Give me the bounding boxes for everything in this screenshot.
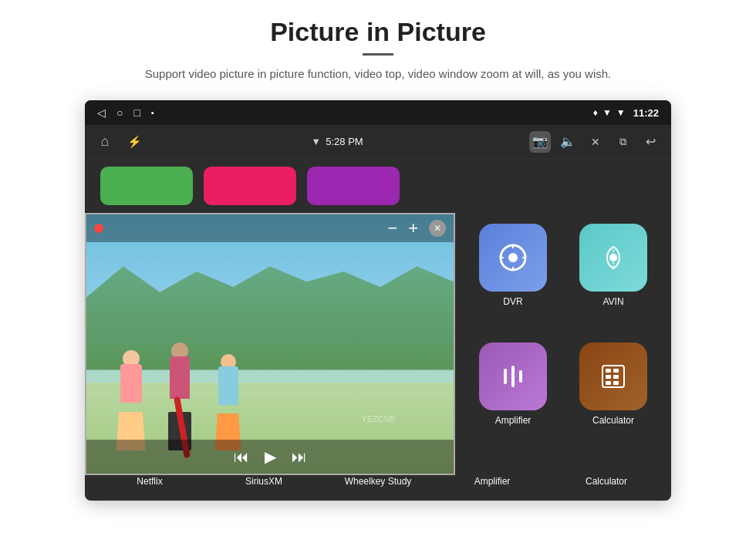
status-time: 11:22 [633, 107, 659, 119]
svg-rect-4 [511, 366, 515, 387]
dvr-app-icon[interactable]: DVR [467, 224, 559, 333]
svg-rect-10 [613, 375, 619, 379]
page-title: Picture in Picture [46, 17, 710, 47]
camera-button[interactable]: 📷 [529, 131, 551, 153]
bottom-label-netflix: Netflix [103, 476, 196, 487]
back-nav-icon[interactable]: ↩ [640, 131, 662, 153]
device-frame: ◁ ○ □ ▪ ♦ ▼ ▼ 11:22 ⌂ ⚡ ▼ 5:28 PM [85, 100, 671, 501]
calculator-icon-img [579, 342, 647, 410]
app-bar-left: ⌂ ⚡ [94, 131, 145, 153]
home-icon[interactable]: ⌂ [94, 131, 116, 153]
svg-rect-7 [606, 369, 611, 373]
page-wrapper: Picture in Picture Support video picture… [0, 0, 756, 533]
svg-point-1 [508, 253, 518, 262]
bottom-label-amplifier: Amplifier [446, 476, 538, 487]
app-icons-right: DVR AVIN [455, 213, 671, 462]
page-subtitle: Support video picture in picture functio… [108, 65, 648, 83]
avin-label: AVIN [602, 296, 623, 307]
amplifier-label: Amplifier [495, 415, 532, 426]
calculator-label: Calculator [592, 415, 634, 426]
svg-rect-8 [613, 369, 619, 373]
volume-icon[interactable]: 🔈 [557, 131, 579, 153]
amplifier-app-icon[interactable]: Amplifier [467, 342, 559, 452]
calculator-app-icon[interactable]: Calculator [568, 342, 659, 452]
app-grid-row [85, 159, 671, 213]
app-bar: ⌂ ⚡ ▼ 5:28 PM 📷 🔈 ✕ ⧉ ↩ [85, 125, 671, 159]
wifi-bar-icon: ▼ [311, 136, 321, 147]
dvr-icon-img [479, 224, 547, 292]
home-circle-icon[interactable]: ○ [116, 106, 123, 119]
wifi-icon: ▼ [602, 107, 612, 118]
app-bar-center: ▼ 5:28 PM [311, 136, 363, 147]
back-icon[interactable]: ◁ [97, 106, 106, 119]
menu-icon[interactable]: ▪ [151, 108, 154, 117]
avin-icon-img [579, 224, 647, 292]
svg-rect-11 [606, 381, 611, 385]
title-divider [363, 53, 393, 56]
android-status-bar: ◁ ○ □ ▪ ♦ ▼ ▼ 11:22 [85, 100, 671, 125]
pip-video-window[interactable]: − + ✕ ⏮ ▶ ⏭ [85, 213, 455, 475]
avin-app-icon[interactable]: AVIN [568, 224, 659, 333]
status-bar-right: ♦ ▼ ▼ 11:22 [593, 107, 659, 119]
svg-rect-3 [504, 369, 507, 384]
app-bar-time: 5:28 PM [326, 136, 363, 147]
prev-button[interactable]: ⏮ [234, 448, 249, 466]
location-icon: ♦ [593, 107, 598, 118]
pip-controls-bar: − + ✕ [86, 214, 454, 242]
bottom-label-siriusxm: SiriusXM [218, 476, 310, 487]
status-bar-left: ◁ ○ □ ▪ [97, 106, 154, 119]
bottom-label-calculator: Calculator [560, 476, 653, 487]
app-placeholder-netflix[interactable] [100, 167, 193, 205]
svg-rect-12 [613, 381, 619, 385]
pip-playback-controls: ⏮ ▶ ⏭ [86, 440, 454, 474]
pip-close-button[interactable]: ✕ [429, 220, 446, 237]
app-bar-right: 📷 🔈 ✕ ⧉ ↩ [529, 131, 662, 153]
amplifier-icon-img [479, 342, 547, 410]
watermark: YEZCN8 [361, 414, 394, 423]
app-placeholder-siriusxm[interactable] [204, 167, 296, 205]
dvr-label: DVR [503, 296, 522, 307]
signal-icon: ▼ [616, 107, 626, 118]
svg-rect-5 [519, 370, 522, 383]
next-button[interactable]: ⏭ [292, 448, 307, 466]
record-indicator [94, 224, 103, 233]
pip-maximize-btn[interactable]: + [408, 220, 418, 237]
recents-icon[interactable]: □ [133, 106, 140, 119]
play-button[interactable]: ▶ [265, 447, 276, 466]
pip-area: − + ✕ ⏮ ▶ ⏭ [85, 213, 671, 462]
pip-size-controls[interactable]: − + [387, 220, 418, 237]
app-placeholder-wheelkey[interactable] [307, 167, 400, 205]
svg-rect-9 [606, 375, 611, 379]
usb-icon[interactable]: ⚡ [123, 131, 145, 153]
pip-icon[interactable]: ⧉ [613, 131, 634, 153]
pip-video-scene [86, 214, 454, 474]
close-icon[interactable]: ✕ [585, 131, 606, 153]
bottom-label-wheelkey: Wheelkey Study [332, 476, 424, 487]
pip-minimize-btn[interactable]: − [387, 220, 397, 237]
main-content: − + ✕ ⏮ ▶ ⏭ [85, 159, 671, 501]
header-section: Picture in Picture Support video picture… [0, 0, 756, 91]
